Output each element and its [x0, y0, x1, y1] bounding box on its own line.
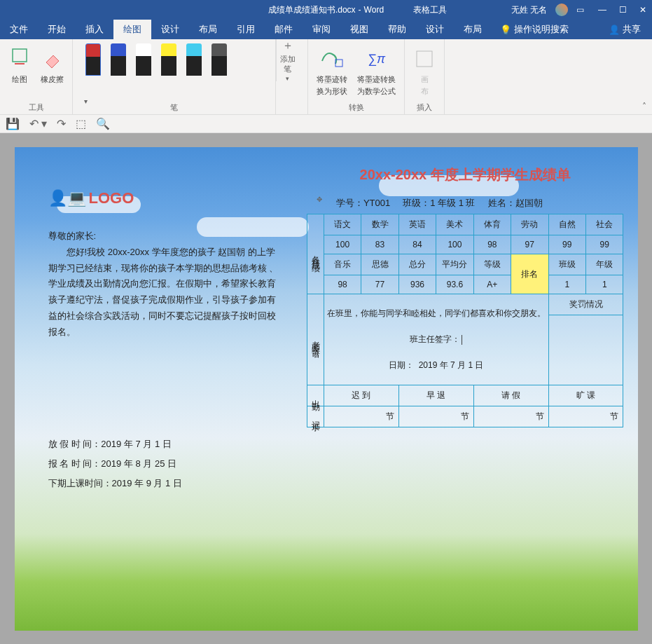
menu-design[interactable]: 设计	[151, 20, 189, 39]
logo-text: LOGO	[89, 189, 134, 207]
date-next: 下期上课时间：2019 年 9 月 1 日	[48, 477, 280, 490]
reward-label: 奖罚情况	[548, 294, 623, 315]
msg-label: 老师寄语	[307, 294, 324, 385]
touch-mode-icon[interactable]: ⬚	[76, 117, 86, 130]
reward-cell	[548, 315, 623, 385]
menu-table-layout[interactable]: 布局	[454, 20, 492, 39]
document-title: 成绩单成绩通知书.docx	[268, 4, 356, 16]
lightbulb-icon: 💡	[500, 25, 511, 35]
menu-table-design[interactable]: 设计	[416, 20, 454, 39]
save-icon[interactable]: 💾	[6, 117, 20, 130]
menu-insert[interactable]: 插入	[76, 20, 113, 39]
record-label: 记录	[307, 406, 324, 427]
document-area[interactable]: 👤💻 LOGO 尊敬的家长: 您好!我校 20xx-20xx 学年度您的孩子 赵…	[0, 133, 652, 644]
ribbon: 绘图 橡皮擦 工具 ▾ 笔 ＋ 添加笔 ▾	[0, 39, 652, 115]
pen-black[interactable]	[211, 43, 227, 76]
print-preview-icon[interactable]: 🔍	[96, 117, 110, 130]
svg-rect-2	[417, 51, 432, 67]
attend-label: 出勤	[307, 385, 324, 406]
menu-bar: 文件 开始 插入 绘图 设计 布局 引用 邮件 审阅 视图 帮助 设计 布局 💡…	[0, 20, 652, 39]
pen-white[interactable]	[136, 43, 151, 76]
svg-rect-0	[13, 49, 27, 62]
pen-red[interactable]	[85, 43, 101, 76]
minimize-icon[interactable]: —	[598, 5, 606, 15]
student-id: YT001	[363, 198, 390, 208]
title-bar: 成绩单成绩通知书.docx - Word 表格工具 无姓 无名 ▭ — ☐ ✕	[0, 0, 652, 20]
draw-tool-button[interactable]: 绘图	[6, 42, 34, 85]
student-name: 赵国朝	[515, 198, 543, 208]
menu-home[interactable]: 开始	[38, 20, 76, 39]
maximize-icon[interactable]: ☐	[619, 5, 627, 15]
menu-review[interactable]: 审阅	[303, 20, 340, 39]
undo-icon[interactable]: ↶ ▾	[29, 117, 47, 130]
logo-icon: 👤💻	[48, 189, 86, 207]
pen-gallery-dropdown-icon[interactable]: ▾	[84, 97, 88, 105]
close-icon[interactable]: ✕	[639, 5, 646, 15]
text-cursor	[462, 335, 462, 345]
ink-to-shape-button[interactable]: 将墨迹转 换为形状	[314, 42, 350, 97]
eraser-button[interactable]: 橡皮擦	[38, 42, 67, 85]
date-register: 报 名 时 间：2019 年 8 月 25 日	[48, 458, 280, 470]
insert-canvas-button[interactable]: 画 布	[410, 42, 438, 97]
pen-cyan[interactable]	[186, 43, 202, 76]
report-title: 20xx-20xx 年度上学期学生成绩单	[307, 165, 624, 184]
add-pen-button[interactable]: ＋ 添加笔 ▾	[276, 39, 298, 81]
quick-access-toolbar: 💾 ↶ ▾ ↷ ⬚ 🔍	[0, 115, 652, 133]
collapse-ribbon-icon[interactable]: ˄	[642, 102, 646, 111]
menu-layout[interactable]: 布局	[189, 20, 227, 39]
table-anchor-icon[interactable]: ✥	[317, 196, 322, 210]
plus-icon: ＋	[282, 39, 293, 53]
teacher-message-cell[interactable]: 在班里，你能与同学和睦相处，同学们都喜欢和你交朋友。 班主任签字： 日期： 20…	[324, 294, 548, 385]
menu-references[interactable]: 引用	[227, 20, 265, 39]
pen-yellow[interactable]	[161, 43, 176, 76]
menu-view[interactable]: 视图	[340, 20, 378, 39]
group-label-convert: 转换	[314, 101, 398, 114]
share-icon: 👤	[609, 25, 620, 35]
group-label-pens: 笔	[78, 101, 270, 114]
user-avatar-icon[interactable]	[555, 4, 568, 16]
date-holiday: 放 假 时 间：2019 年 7 月 1 日	[48, 438, 280, 451]
user-name[interactable]: 无姓 无名	[511, 4, 547, 16]
group-label-tools: 工具	[6, 101, 67, 114]
tell-me-search[interactable]: 💡 操作说明搜索	[492, 23, 577, 36]
ribbon-mode-icon[interactable]: ▭	[576, 5, 584, 15]
menu-mail[interactable]: 邮件	[265, 20, 303, 39]
menu-file[interactable]: 文件	[0, 20, 38, 39]
letter-body: 您好!我校 20xx-20xx 学年度您的孩子 赵国朝 的上学期学习已经结束，现…	[48, 245, 280, 341]
ink-to-math-button[interactable]: ∑π 将墨迹转换 为数学公式	[354, 42, 398, 97]
document-page: 👤💻 LOGO 尊敬的家长: 您好!我校 20xx-20xx 学年度您的孩子 赵…	[15, 147, 638, 631]
menu-help[interactable]: 帮助	[378, 20, 416, 39]
rank-label: 排名	[511, 254, 548, 294]
letter-greeting: 尊敬的家长:	[48, 228, 280, 245]
share-button[interactable]: 👤 共享	[597, 23, 652, 36]
scores-label: 各科成绩	[307, 214, 324, 294]
group-label-insert: 插入	[410, 101, 438, 114]
menu-draw[interactable]: 绘图	[113, 20, 151, 39]
context-tab-label: 表格工具	[413, 4, 447, 16]
student-class: 1 年级 1 班	[430, 198, 475, 208]
redo-icon[interactable]: ↷	[57, 117, 66, 130]
app-name: Word	[364, 5, 384, 15]
pen-blue[interactable]	[111, 43, 126, 76]
report-table[interactable]: 各科成绩 语文数学英语美术体育劳动自然社会 100838410098979999…	[307, 214, 624, 427]
